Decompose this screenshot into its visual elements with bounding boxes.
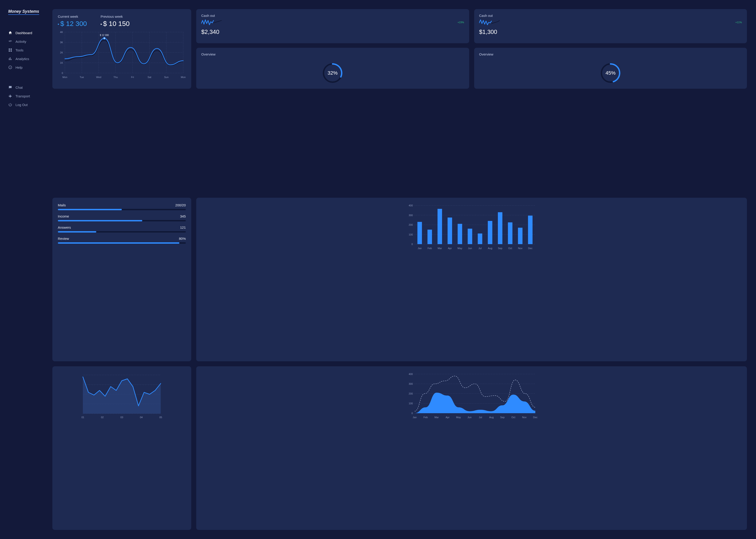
progress-label: Review	[58, 237, 69, 241]
svg-text:300: 300	[409, 214, 413, 217]
sidebar-item-dashboard[interactable]: Dashboard	[8, 29, 50, 37]
svg-text:Mar: Mar	[434, 416, 439, 419]
sidebar-item-label: Activity	[16, 39, 27, 43]
svg-text:Sat: Sat	[147, 76, 151, 79]
delta-badge: +23%	[458, 21, 464, 24]
current-week-stat: Current week $ 12 300	[58, 15, 87, 28]
radial-gauge: 32%	[320, 60, 345, 86]
svg-text:01: 01	[81, 416, 84, 419]
sidebar-item-transport[interactable]: Transport	[8, 92, 50, 100]
svg-text:100: 100	[409, 233, 413, 236]
svg-text:400: 400	[409, 204, 413, 207]
svg-text:Dec: Dec	[528, 247, 533, 250]
svg-text:Oct: Oct	[508, 247, 512, 250]
svg-text:0: 0	[411, 412, 413, 415]
svg-text:Jul: Jul	[479, 416, 482, 419]
svg-rect-64	[478, 233, 482, 244]
sidebar-item-help[interactable]: Help	[8, 63, 50, 72]
svg-text:45%: 45%	[606, 70, 616, 76]
progress-card: Mails200/20Income345Answers121Review80%	[52, 198, 191, 361]
stat-value: $ 10 150	[103, 20, 130, 27]
sidebar-item-analytics[interactable]: Analytics	[8, 54, 50, 63]
svg-text:Apr: Apr	[446, 416, 449, 419]
svg-text:May: May	[456, 416, 461, 419]
progress-fill	[58, 220, 142, 221]
svg-text:200: 200	[409, 223, 413, 226]
monthly-bar-chart: 0100200300400JanFebMarAprMayJunJulAugSep…	[202, 203, 741, 251]
svg-text:200: 200	[409, 392, 413, 395]
cash-value: $1,300	[479, 29, 742, 36]
week-line-chart: 01K2K3K4KMonTueWedThuFriSatSunMon$ 12 30…	[58, 30, 186, 80]
svg-rect-62	[467, 229, 472, 244]
progress-track	[58, 209, 186, 210]
sidebar-item-label: Dashboard	[16, 31, 32, 35]
nav-secondary: Chat Transport Log Out	[8, 83, 50, 109]
svg-text:Jan: Jan	[418, 247, 422, 250]
previous-week-stat: Previous week $ 10 150	[101, 15, 130, 28]
svg-rect-5	[10, 57, 11, 60]
sidebar-item-logout[interactable]: Log Out	[8, 100, 50, 109]
svg-text:$ 12 300: $ 12 300	[100, 34, 109, 37]
grid-icon	[8, 48, 12, 52]
home-icon	[8, 31, 12, 35]
svg-text:400: 400	[409, 373, 413, 375]
svg-text:0: 0	[411, 243, 413, 246]
radial-gauge: 45%	[598, 60, 623, 86]
cashout-card-1: Cash out +23% $2,340	[196, 9, 469, 43]
svg-text:100: 100	[409, 402, 413, 405]
progress-track	[58, 220, 186, 221]
sidebar-item-chat[interactable]: Chat	[8, 83, 50, 92]
svg-text:Dec: Dec	[533, 416, 538, 419]
svg-text:Sep: Sep	[498, 247, 502, 250]
overview-card-1: Overview 32%	[196, 48, 469, 89]
svg-text:Aug: Aug	[489, 416, 494, 419]
svg-text:300: 300	[409, 382, 413, 385]
stat-value: $ 12 300	[60, 20, 87, 27]
svg-rect-58	[448, 217, 452, 244]
svg-text:Wed: Wed	[96, 76, 101, 79]
svg-text:Jun: Jun	[468, 247, 472, 250]
svg-rect-3	[11, 50, 12, 52]
svg-text:1K: 1K	[60, 61, 63, 64]
card-title: Cash out	[479, 14, 742, 18]
progress-track	[58, 242, 186, 244]
progress-fill	[58, 231, 96, 233]
svg-rect-1	[11, 48, 12, 49]
svg-text:0: 0	[62, 72, 63, 74]
small-area-card: 0102030405	[52, 366, 191, 530]
nav-primary: Dashboard Activity Tools Analytics Help	[8, 29, 50, 72]
svg-text:04: 04	[140, 416, 142, 419]
svg-text:May: May	[458, 247, 462, 250]
progress-value: 80%	[179, 237, 186, 241]
svg-rect-74	[528, 216, 533, 244]
svg-text:4K: 4K	[60, 31, 63, 34]
svg-text:Sun: Sun	[164, 76, 169, 79]
svg-rect-68	[498, 212, 502, 244]
progress-value: 121	[180, 225, 186, 229]
svg-text:05: 05	[159, 416, 162, 419]
svg-text:Aug: Aug	[488, 247, 492, 250]
card-title: Overview	[201, 52, 464, 56]
progress-value: 200/20	[175, 203, 186, 207]
week-chart-card: Current week $ 12 300 Previous week $ 10…	[52, 9, 191, 89]
svg-rect-60	[458, 224, 462, 244]
progress-row: Income345	[58, 214, 186, 221]
sidebar-item-activity[interactable]: Activity	[8, 37, 50, 46]
sparkline-icon	[479, 19, 500, 25]
main-content: Current week $ 12 300 Previous week $ 10…	[50, 0, 756, 539]
sidebar-item-tools[interactable]: Tools	[8, 46, 50, 54]
svg-text:Oct: Oct	[512, 416, 515, 419]
svg-text:Sep: Sep	[500, 416, 505, 419]
progress-fill	[58, 242, 179, 244]
svg-text:Thu: Thu	[113, 76, 118, 79]
sidebar-item-label: Chat	[16, 86, 23, 89]
plane-icon	[8, 94, 12, 98]
sparkline-icon	[201, 19, 222, 25]
stat-label: Previous week	[101, 15, 130, 19]
svg-text:Feb: Feb	[423, 416, 428, 419]
progress-label: Income	[58, 214, 69, 218]
delta-badge: +11%	[735, 21, 742, 24]
info-icon	[8, 65, 12, 69]
sidebar-item-label: Log Out	[16, 103, 28, 107]
card-title: Cash out	[201, 14, 464, 18]
